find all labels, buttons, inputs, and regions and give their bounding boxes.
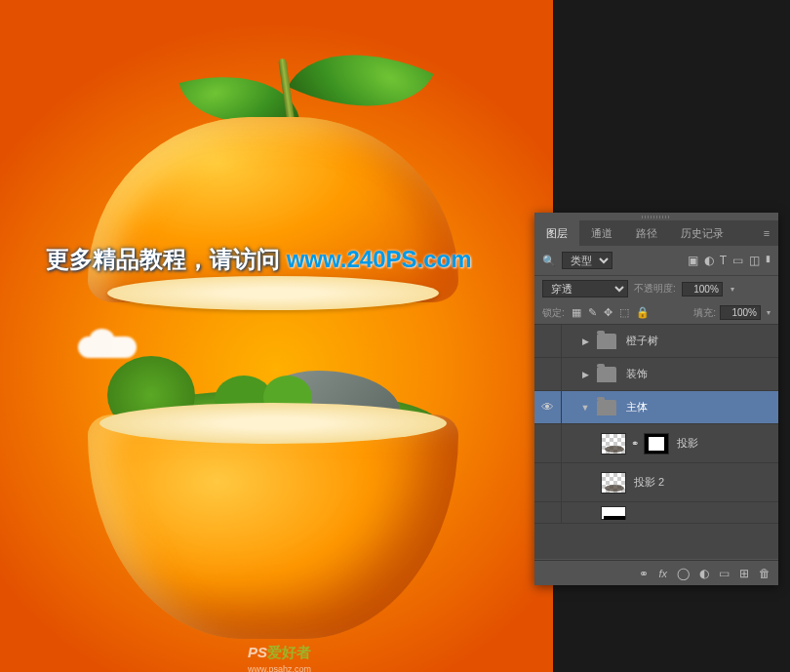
panel-footer: ⚭ fx ◯ ◐ ▭ ⊞ 🗑	[534, 560, 778, 585]
tab-history[interactable]: 历史记录	[669, 220, 735, 246]
watermark-url: www.240PS.com	[287, 246, 472, 272]
artwork-orange-rim-bottom	[99, 403, 447, 444]
layer-row-group[interactable]: 👁 ▼ 主体	[534, 391, 778, 424]
visibility-toggle[interactable]	[534, 463, 562, 501]
layer-row[interactable]: ⚭ 投影	[534, 424, 778, 463]
search-icon: 🔍	[542, 255, 556, 267]
visibility-toggle[interactable]	[534, 424, 562, 462]
filter-kind-select[interactable]: 类型	[562, 252, 612, 269]
mask-thumbnail[interactable]	[644, 433, 669, 455]
filter-image-icon[interactable]: ▣	[688, 254, 698, 267]
expand-toggle-icon[interactable]: ▶	[579, 336, 591, 346]
layers-panel: 图层 通道 路径 历史记录 ≡ 🔍 类型 ▣ ◐ T ▭ ◫ ▮ 穿透 不透明度…	[534, 213, 778, 585]
artwork-orange-rim-top	[107, 276, 439, 310]
expand-toggle-icon[interactable]: ▶	[579, 370, 591, 379]
layer-name[interactable]: 主体	[626, 400, 648, 415]
opacity-input[interactable]	[682, 282, 723, 296]
new-layer-icon[interactable]: ⊞	[739, 567, 749, 580]
layer-filter-row: 🔍 类型 ▣ ◐ T ▭ ◫ ▮	[534, 246, 778, 276]
layer-row[interactable]	[534, 502, 778, 524]
expand-toggle-icon[interactable]: ▼	[579, 403, 591, 413]
visibility-toggle[interactable]	[534, 325, 562, 357]
lock-pixels-icon[interactable]: ✎	[588, 306, 597, 319]
lock-all-icon[interactable]: 🔒	[636, 306, 650, 319]
tab-layers[interactable]: 图层	[534, 220, 579, 246]
corner-watermark: PS爱好者	[248, 644, 311, 662]
corner-watermark-prefix: PS	[248, 644, 267, 660]
filter-type-icon[interactable]: T	[720, 254, 727, 267]
canvas-area[interactable]: 更多精品教程，请访问 www.240PS.com PS爱好者 www.psahz…	[0, 0, 553, 672]
corner-watermark-url: www.psahz.com	[248, 664, 311, 672]
filter-adjustment-icon[interactable]: ◐	[704, 254, 714, 267]
lock-position-icon[interactable]: ✥	[604, 306, 612, 319]
panel-menu-button[interactable]: ≡	[755, 220, 778, 246]
fill-dropdown-icon[interactable]: ▾	[767, 308, 770, 317]
folder-icon	[597, 334, 616, 349]
layer-thumbnail[interactable]	[601, 506, 626, 520]
filter-shape-icon[interactable]: ▭	[732, 254, 743, 267]
visibility-toggle[interactable]	[534, 358, 562, 390]
layer-name[interactable]: 橙子树	[626, 334, 658, 348]
add-adjustment-icon[interactable]: ◐	[699, 567, 709, 580]
delete-layer-icon[interactable]: 🗑	[759, 567, 770, 580]
folder-icon	[597, 400, 616, 415]
artwork-orange-peel-bottom	[88, 415, 458, 639]
lock-transparent-icon[interactable]: ▦	[572, 306, 581, 319]
layer-row-group[interactable]: ▶ 装饰	[534, 358, 778, 391]
lock-artboard-icon[interactable]: ⬚	[619, 306, 629, 319]
filter-smart-icon[interactable]: ◫	[749, 254, 760, 267]
visibility-toggle[interactable]	[534, 502, 562, 523]
watermark-prefix: 更多精品教程，请访问	[46, 246, 280, 272]
layer-name[interactable]: 投影	[677, 436, 698, 451]
blend-mode-row: 穿透 不透明度: ▾	[534, 276, 778, 301]
layer-fx-icon[interactable]: fx	[658, 568, 667, 579]
new-group-icon[interactable]: ▭	[719, 567, 730, 580]
layer-row-group[interactable]: ▶ 橙子树	[534, 325, 778, 358]
fill-label: 填充:	[693, 306, 716, 320]
panel-tabs: 图层 通道 路径 历史记录 ≡	[534, 220, 778, 246]
mask-link-icon[interactable]: ⚭	[630, 438, 640, 449]
layer-thumbnail[interactable]	[601, 433, 626, 455]
layer-name[interactable]: 装饰	[626, 367, 648, 381]
blend-mode-select[interactable]: 穿透	[542, 280, 628, 297]
visibility-toggle[interactable]: 👁	[534, 391, 562, 423]
opacity-dropdown-icon[interactable]: ▾	[731, 285, 734, 294]
fill-input[interactable]	[720, 305, 761, 320]
watermark-overlay: 更多精品教程，请访问 www.240PS.com	[46, 244, 472, 275]
filter-toggle-icon[interactable]: ▮	[766, 254, 770, 267]
layer-row[interactable]: 投影 2	[534, 463, 778, 502]
lock-row: 锁定: ▦ ✎ ✥ ⬚ 🔒 填充: ▾	[534, 301, 778, 325]
link-layers-icon[interactable]: ⚭	[639, 567, 649, 580]
lock-label: 锁定:	[542, 306, 565, 320]
tab-paths[interactable]: 路径	[624, 220, 669, 246]
opacity-label: 不透明度:	[634, 282, 676, 296]
add-mask-icon[interactable]: ◯	[677, 567, 690, 580]
layer-name[interactable]: 投影 2	[634, 475, 664, 490]
folder-icon	[597, 367, 616, 382]
layers-list[interactable]: ▶ 橙子树 ▶ 装饰 👁 ▼ 主体 ⚭ 投影	[534, 325, 778, 559]
artwork-orange-bottom	[88, 385, 458, 639]
corner-watermark-suffix: 爱好者	[267, 644, 311, 660]
panel-drag-handle[interactable]	[534, 213, 778, 220]
layer-thumbnail[interactable]	[601, 472, 626, 494]
tab-channels[interactable]: 通道	[579, 220, 624, 246]
